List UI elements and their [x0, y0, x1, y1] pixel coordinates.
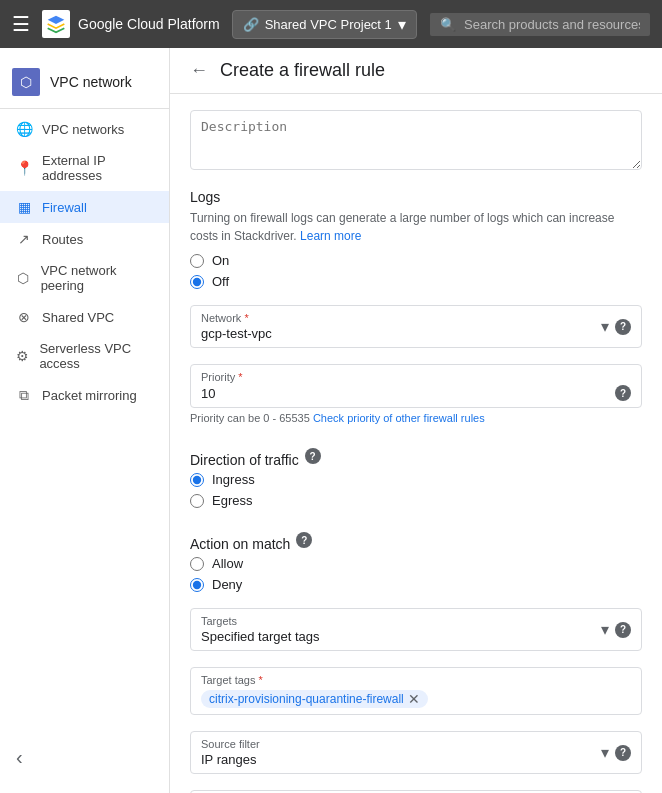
priority-section: Priority ? Priority can be 0 - 65535 Che…	[190, 364, 642, 424]
targets-chevron-icon[interactable]: ▾	[601, 620, 609, 639]
direction-egress-label: Egress	[212, 493, 252, 508]
description-input[interactable]	[190, 110, 642, 170]
menu-icon[interactable]: ☰	[12, 12, 30, 36]
targets-section: Targets Specified target tags ▾ ?	[190, 608, 642, 651]
action-section: Action on match ? Allow Deny	[190, 524, 642, 592]
source-filter-select-inner: Source filter IP ranges	[201, 738, 601, 767]
routes-icon: ↗	[16, 231, 32, 247]
action-allow-label: Allow	[212, 556, 243, 571]
targets-select-inner: Targets Specified target tags	[201, 615, 601, 644]
source-filter-label: Source filter	[201, 738, 601, 750]
network-chevron-icon[interactable]: ▾	[601, 317, 609, 336]
action-help-icon[interactable]: ?	[296, 532, 312, 548]
sidebar-item-firewall[interactable]: ▦ Firewall	[0, 191, 169, 223]
sidebar-collapse-button[interactable]: ‹	[0, 738, 170, 777]
logs-on-radio[interactable]	[190, 254, 204, 268]
priority-field-row: ?	[201, 385, 631, 401]
sidebar-item-routes[interactable]: ↗ Routes	[0, 223, 169, 255]
logs-off-label: Off	[212, 274, 229, 289]
sidebar-item-label: Serverless VPC access	[39, 341, 153, 371]
logs-off-radio[interactable]	[190, 275, 204, 289]
chevron-down-icon: ▾	[398, 15, 406, 34]
action-label-row: Action on match ?	[190, 524, 642, 556]
logs-off-option[interactable]: Off	[190, 274, 642, 289]
sidebar-item-label: External IP addresses	[42, 153, 153, 183]
logs-on-option[interactable]: On	[190, 253, 642, 268]
page-header: ← Create a firewall rule	[170, 48, 662, 94]
direction-help-icon[interactable]: ?	[305, 448, 321, 464]
direction-egress-option[interactable]: Egress	[190, 493, 642, 508]
target-tags-input[interactable]	[434, 692, 631, 707]
priority-input[interactable]	[201, 386, 609, 401]
source-filter-section: Source filter IP ranges ▾ ?	[190, 731, 642, 774]
logs-section: Logs Turning on firewall logs can genera…	[190, 189, 642, 289]
direction-ingress-label: Ingress	[212, 472, 255, 487]
logs-description: Turning on firewall logs can generate a …	[190, 209, 642, 245]
direction-ingress-radio[interactable]	[190, 473, 204, 487]
sidebar-item-packet-mirroring[interactable]: ⧉ Packet mirroring	[0, 379, 169, 412]
sidebar-item-label: Routes	[42, 232, 83, 247]
target-tag-chip: citrix-provisioning-quarantine-firewall …	[201, 690, 428, 708]
source-filter-help-icon[interactable]: ?	[615, 745, 631, 761]
tag-chip-text: citrix-provisioning-quarantine-firewall	[209, 692, 404, 706]
project-icon: 🔗	[243, 17, 259, 32]
network-label: Network	[201, 312, 601, 324]
network-help-icon[interactable]: ?	[615, 319, 631, 335]
network-select-inner: Network gcp-test-vpc	[201, 312, 601, 341]
logs-label: Logs	[190, 189, 642, 205]
top-nav: ☰ Google Cloud Platform 🔗 Shared VPC Pro…	[0, 0, 662, 48]
shared-vpc-icon: ⊗	[16, 309, 32, 325]
priority-check-link[interactable]: Check priority of other firewall rules	[313, 412, 485, 424]
search-input[interactable]	[464, 17, 640, 32]
action-allow-option[interactable]: Allow	[190, 556, 642, 571]
direction-label: Direction of traffic	[190, 452, 299, 468]
targets-help-icon[interactable]: ?	[615, 622, 631, 638]
network-select-icons: ▾ ?	[601, 317, 631, 336]
targets-value: Specified target tags	[201, 629, 601, 644]
action-label: Action on match	[190, 536, 290, 552]
network-value: gcp-test-vpc	[201, 326, 601, 341]
action-allow-radio[interactable]	[190, 557, 204, 571]
external-ip-icon: 📍	[16, 160, 32, 176]
sidebar: ⬡ VPC network 🌐 VPC networks 📍 External …	[0, 48, 170, 793]
source-filter-chevron-icon[interactable]: ▾	[601, 743, 609, 762]
logs-radio-group: On Off	[190, 253, 642, 289]
sidebar-item-vpc-networks[interactable]: 🌐 VPC networks	[0, 113, 169, 145]
priority-help-icon[interactable]: ?	[615, 385, 631, 401]
sidebar-item-label: VPC networks	[42, 122, 124, 137]
tag-remove-button[interactable]: ✕	[408, 692, 420, 706]
form-area: Logs Turning on firewall logs can genera…	[170, 94, 662, 793]
back-button[interactable]: ←	[190, 60, 208, 81]
sidebar-item-external-ip[interactable]: 📍 External IP addresses	[0, 145, 169, 191]
sidebar-item-label: Firewall	[42, 200, 87, 215]
sidebar-item-serverless[interactable]: ⚙ Serverless VPC access	[0, 333, 169, 379]
priority-field-wrapper: Priority ?	[190, 364, 642, 408]
action-deny-label: Deny	[212, 577, 242, 592]
target-tags-row: citrix-provisioning-quarantine-firewall …	[201, 690, 631, 708]
project-name: Shared VPC Project 1	[265, 17, 392, 32]
sidebar-item-shared-vpc[interactable]: ⊗ Shared VPC	[0, 301, 169, 333]
packet-mirroring-icon: ⧉	[16, 387, 32, 404]
targets-label: Targets	[201, 615, 601, 627]
target-tags-label: Target tags	[201, 674, 631, 686]
direction-egress-radio[interactable]	[190, 494, 204, 508]
sidebar-title: VPC network	[50, 74, 132, 90]
target-tags-wrapper: Target tags citrix-provisioning-quaranti…	[190, 667, 642, 715]
brand-logo	[42, 10, 70, 38]
sidebar-item-vpc-peering[interactable]: ⬡ VPC network peering	[0, 255, 169, 301]
direction-section: Direction of traffic ? Ingress Egress	[190, 440, 642, 508]
sidebar-header: ⬡ VPC network	[0, 56, 169, 109]
action-deny-option[interactable]: Deny	[190, 577, 642, 592]
brand: Google Cloud Platform	[42, 10, 220, 38]
direction-ingress-option[interactable]: Ingress	[190, 472, 642, 487]
brand-name: Google Cloud Platform	[78, 16, 220, 32]
project-chip[interactable]: 🔗 Shared VPC Project 1 ▾	[232, 10, 417, 39]
search-icon: 🔍	[440, 17, 456, 32]
targets-select-icons: ▾ ?	[601, 620, 631, 639]
source-filter-value: IP ranges	[201, 752, 601, 767]
search-bar: 🔍	[430, 13, 650, 36]
action-deny-radio[interactable]	[190, 578, 204, 592]
vpc-networks-icon: 🌐	[16, 121, 32, 137]
learn-more-link[interactable]: Learn more	[300, 229, 361, 243]
vpc-network-icon: ⬡	[12, 68, 40, 96]
